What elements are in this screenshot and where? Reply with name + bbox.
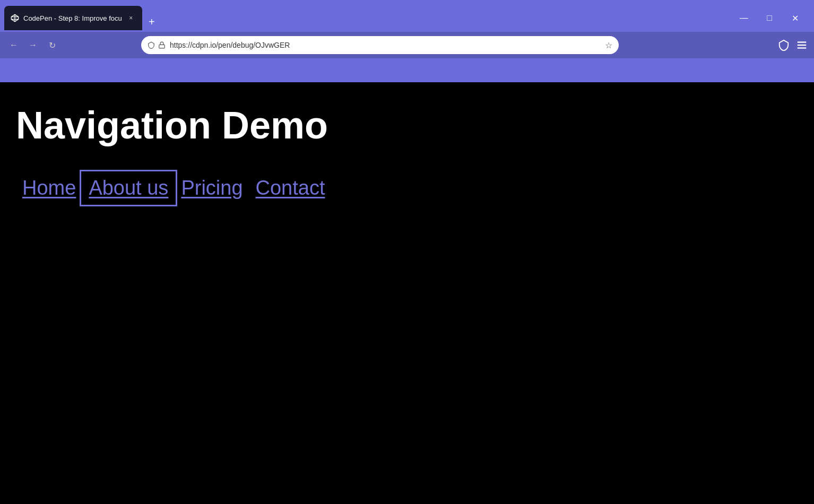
address-bar-row: ← → ↻ https://cdpn.io/pen/debug/OJvwGER … [0,32,814,58]
page-content: Navigation Demo HomeAbout usPricingConta… [0,82,814,504]
page-title: Navigation Demo [16,103,798,147]
browser-extra-icons [778,39,808,51]
nav-link-home[interactable]: Home [16,172,82,204]
nav-link-pricing[interactable]: Pricing [175,172,249,204]
lock-icon [158,41,166,49]
window-controls: — □ ✕ [738,12,810,24]
main-nav: HomeAbout usPricingContact [16,172,798,204]
url-text: https://cdpn.io/pen/debug/OJvwGER [170,41,601,49]
tab-close-button[interactable]: × [126,13,136,23]
nav-link-contact[interactable]: Contact [249,172,332,204]
menu-icon[interactable] [796,39,808,51]
tab-bar: CodePen - Step 8: Improve focu × + — □ ✕ [0,0,814,32]
svg-rect-4 [159,45,165,48]
tab-label: CodePen - Step 8: Improve focu [23,14,122,22]
tab-group: CodePen - Step 8: Improve focu × + [4,6,160,30]
browser-chrome: CodePen - Step 8: Improve focu × + — □ ✕… [0,0,814,82]
shield-icon [148,41,155,49]
codepen-icon [11,14,19,22]
address-icons [148,41,166,49]
address-bar[interactable]: https://cdpn.io/pen/debug/OJvwGER ☆ [141,36,619,54]
bookmark-star-icon[interactable]: ☆ [605,40,612,50]
active-tab[interactable]: CodePen - Step 8: Improve focu × [4,6,142,30]
forward-button[interactable]: → [25,38,40,53]
new-tab-button[interactable]: + [143,13,160,30]
back-button[interactable]: ← [6,38,21,53]
close-window-button[interactable]: ✕ [789,12,801,24]
maximize-button[interactable]: □ [763,12,776,24]
reload-button[interactable]: ↻ [45,38,59,53]
pocket-icon[interactable] [778,39,790,51]
minimize-button[interactable]: — [738,12,750,24]
nav-link-about-us[interactable]: About us [82,172,175,204]
